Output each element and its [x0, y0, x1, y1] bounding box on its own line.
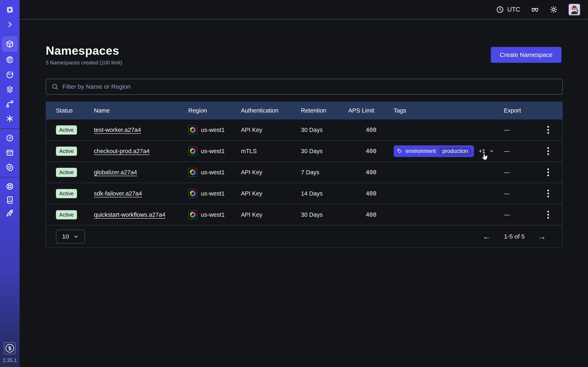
sidebar-item-namespaces[interactable]: [2, 36, 17, 52]
sidebar: $ 2.35.1: [0, 0, 20, 367]
pricing-button[interactable]: $: [4, 342, 16, 354]
table-row: Active checkout-prod.a27a4 us-west1 mTLS…: [46, 140, 562, 161]
export-value: —: [494, 148, 534, 155]
status-badge: Active: [56, 168, 77, 177]
timezone-selector[interactable]: UTC: [496, 6, 520, 13]
sidebar-item-schedules[interactable]: [3, 68, 17, 81]
status-badge: Active: [56, 210, 77, 219]
col-header-tags[interactable]: Tags: [384, 107, 494, 114]
rocket-icon: [6, 209, 14, 217]
export-value: —: [494, 211, 534, 218]
page-size-select[interactable]: 10: [56, 230, 85, 243]
page-title: Namespaces: [46, 44, 122, 57]
namespace-link[interactable]: globalizer.a27a4: [94, 169, 137, 176]
region-label: us-west1: [201, 190, 225, 197]
namespace-link[interactable]: quickstart-workflows.a27a4: [94, 211, 165, 218]
app-version: 2.35.1: [3, 358, 17, 363]
gauge-icon: [6, 134, 14, 142]
row-menu-kebab-icon[interactable]: [545, 145, 551, 157]
namespace-link[interactable]: sdk-failover.a27a4: [94, 190, 142, 197]
gcp-cloud-icon: [188, 147, 197, 156]
theme-toggle[interactable]: [550, 6, 558, 14]
sidebar-item-home[interactable]: [3, 3, 17, 16]
sidebar-bottom: $ 2.35.1: [3, 342, 17, 367]
clock-icon: [496, 6, 504, 13]
tags-cell: environment production +1: [384, 145, 494, 157]
sidebar-item-usage[interactable]: [3, 132, 17, 145]
page-head: Namespaces 5 Namespaces created (100 lim…: [46, 44, 122, 66]
aps-value: 400: [338, 126, 384, 133]
tags-more-count: +1: [479, 148, 485, 155]
retention-value: 30 Days: [291, 148, 338, 155]
sidebar-expand[interactable]: [3, 18, 17, 31]
row-menu-kebab-icon[interactable]: [545, 209, 551, 221]
aps-value: 400: [338, 148, 384, 155]
namespace-link[interactable]: test-worker.a27a4: [94, 127, 141, 133]
next-page-arrow[interactable]: →: [538, 233, 546, 240]
namespace-link[interactable]: checkout-prod.a27a4: [94, 148, 149, 155]
row-menu-kebab-icon[interactable]: [545, 124, 551, 136]
topbar: UTC: [20, 0, 588, 20]
col-header-auth[interactable]: Authentication: [231, 107, 291, 114]
layers-icon: [6, 85, 14, 94]
assist-button[interactable]: [531, 6, 539, 14]
asterisk-icon: [6, 114, 14, 123]
export-value: —: [494, 127, 534, 133]
user-avatar[interactable]: [568, 4, 580, 16]
retention-value: 7 Days: [291, 169, 338, 176]
auth-value: API Key: [231, 190, 291, 197]
sidebar-item-getting-started[interactable]: [3, 207, 17, 220]
status-badge: Active: [56, 125, 77, 134]
status-badge: Active: [56, 189, 77, 198]
brightness-icon: [550, 6, 558, 14]
gear-icon: [6, 163, 14, 172]
create-namespace-button[interactable]: Create Namespace: [491, 47, 562, 63]
sidebar-item-docs[interactable]: [3, 193, 17, 206]
pagination-bar: 10 ← 1-5 of 5 →: [46, 225, 562, 248]
auth-value: mTLS: [231, 148, 291, 155]
tag-chip[interactable]: environment production: [394, 145, 474, 157]
row-menu-kebab-icon[interactable]: [545, 188, 551, 200]
col-header-name[interactable]: Name: [84, 107, 178, 114]
region-label: us-west1: [201, 148, 225, 155]
book-sparkles-icon: [6, 196, 14, 204]
retention-value: 14 Days: [291, 190, 338, 197]
gcp-cloud-icon: [188, 210, 197, 219]
aps-value: 400: [338, 211, 384, 218]
col-header-region[interactable]: Region: [178, 107, 231, 114]
retention-value: 30 Days: [291, 127, 338, 133]
pagination-controls: ← 1-5 of 5 →: [483, 233, 546, 240]
export-value: —: [494, 190, 534, 197]
search-icon: [52, 83, 58, 90]
sidebar-item-batch-operations[interactable]: [3, 112, 17, 125]
col-header-export[interactable]: Export: [494, 107, 534, 114]
filter-input[interactable]: [62, 83, 557, 90]
prev-page-arrow[interactable]: ←: [483, 233, 490, 240]
namespaces-table: Status Name Region Authentication Retent…: [46, 101, 563, 248]
table-row: Active test-worker.a27a4 us-west1 API Ke…: [46, 119, 562, 140]
row-menu-kebab-icon[interactable]: [545, 166, 551, 178]
sidebar-item-settings[interactable]: [3, 161, 17, 174]
tag-key: environment: [406, 148, 436, 154]
sidebar-item-nexus[interactable]: [3, 98, 17, 110]
col-header-retention[interactable]: Retention: [291, 107, 338, 114]
branch-nodes-icon: [6, 100, 14, 108]
sidebar-divider: [0, 128, 20, 129]
region-label: us-west1: [201, 169, 225, 176]
auth-value: API Key: [231, 127, 291, 133]
page-size-value: 10: [62, 233, 69, 240]
sidebar-item-deployments[interactable]: [3, 83, 17, 96]
avatar-portrait: [569, 4, 580, 15]
retention-value: 30 Days: [291, 211, 338, 218]
sidebar-item-billing[interactable]: [3, 146, 17, 159]
sidebar-item-workflows[interactable]: [3, 53, 17, 66]
gcp-cloud-icon: [188, 125, 197, 134]
sidebar-item-support[interactable]: [3, 180, 17, 193]
col-header-status[interactable]: Status: [46, 107, 84, 114]
tags-expand-chevron-icon[interactable]: [489, 148, 494, 154]
glasses-icon: [531, 6, 539, 14]
region-label: us-west1: [201, 127, 225, 133]
auth-value: API Key: [231, 211, 291, 218]
col-header-aps[interactable]: APS Limit: [338, 107, 384, 114]
lifebuoy-icon: [6, 182, 14, 191]
